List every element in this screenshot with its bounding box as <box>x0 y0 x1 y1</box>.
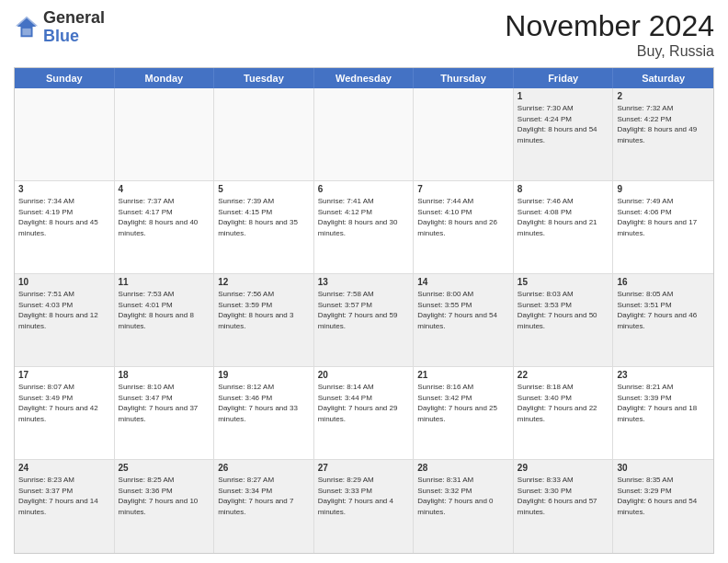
day-info: Sunrise: 8:07 AMSunset: 3:49 PMDaylight:… <box>18 382 110 424</box>
day-info: Sunrise: 8:05 AMSunset: 3:51 PMDaylight:… <box>617 289 710 331</box>
day-number: 24 <box>18 463 110 473</box>
month-title: November 2024 <box>505 9 714 43</box>
day-info: Sunrise: 7:37 AMSunset: 4:17 PMDaylight:… <box>119 196 210 238</box>
calendar-cell: 28Sunrise: 8:31 AMSunset: 3:32 PMDayligh… <box>414 460 514 553</box>
logo-text: General Blue <box>43 9 105 46</box>
calendar-cell: 1Sunrise: 7:30 AMSunset: 4:24 PMDaylight… <box>514 88 614 180</box>
location: Buy, Russia <box>505 43 714 60</box>
calendar-cell: 21Sunrise: 8:16 AMSunset: 3:42 PMDayligh… <box>414 367 514 459</box>
day-number: 1 <box>518 91 609 101</box>
calendar-cell: 11Sunrise: 7:53 AMSunset: 4:01 PMDayligh… <box>115 274 215 366</box>
calendar-cell <box>214 88 314 180</box>
calendar-cell: 12Sunrise: 7:56 AMSunset: 3:59 PMDayligh… <box>214 274 314 366</box>
calendar-cell: 26Sunrise: 8:27 AMSunset: 3:34 PMDayligh… <box>214 460 314 553</box>
day-number: 5 <box>218 184 310 194</box>
day-info: Sunrise: 8:10 AMSunset: 3:47 PMDaylight:… <box>119 382 210 424</box>
day-info: Sunrise: 8:14 AMSunset: 3:44 PMDaylight:… <box>318 382 410 424</box>
day-number: 23 <box>617 370 710 380</box>
day-number: 14 <box>417 277 509 287</box>
calendar-cell: 27Sunrise: 8:29 AMSunset: 3:33 PMDayligh… <box>314 460 415 553</box>
day-number: 30 <box>617 463 710 473</box>
day-number: 3 <box>18 184 110 194</box>
calendar: SundayMondayTuesdayWednesdayThursdayFrid… <box>14 67 714 554</box>
logo: General Blue <box>14 9 105 46</box>
calendar-body: 1Sunrise: 7:30 AMSunset: 4:24 PMDaylight… <box>15 88 713 553</box>
day-number: 2 <box>617 91 710 101</box>
calendar-cell: 3Sunrise: 7:34 AMSunset: 4:19 PMDaylight… <box>15 181 115 273</box>
calendar-cell: 22Sunrise: 8:18 AMSunset: 3:40 PMDayligh… <box>514 367 614 459</box>
logo-general: General <box>43 8 105 27</box>
day-number: 8 <box>518 184 609 194</box>
day-number: 7 <box>417 184 509 194</box>
weekday-header: Tuesday <box>214 68 314 88</box>
calendar-week: 1Sunrise: 7:30 AMSunset: 4:24 PMDaylight… <box>15 88 713 181</box>
day-info: Sunrise: 7:39 AMSunset: 4:15 PMDaylight:… <box>218 196 310 238</box>
calendar-cell: 19Sunrise: 8:12 AMSunset: 3:46 PMDayligh… <box>214 367 314 459</box>
day-info: Sunrise: 7:34 AMSunset: 4:19 PMDaylight:… <box>18 196 110 238</box>
calendar-cell: 17Sunrise: 8:07 AMSunset: 3:49 PMDayligh… <box>15 367 115 459</box>
calendar-cell <box>414 88 514 180</box>
day-info: Sunrise: 7:44 AMSunset: 4:10 PMDaylight:… <box>417 196 509 238</box>
calendar-cell: 20Sunrise: 8:14 AMSunset: 3:44 PMDayligh… <box>314 367 415 459</box>
weekday-header: Saturday <box>613 68 713 88</box>
calendar-week: 24Sunrise: 8:23 AMSunset: 3:37 PMDayligh… <box>15 460 713 553</box>
day-info: Sunrise: 7:46 AMSunset: 4:08 PMDaylight:… <box>518 196 609 238</box>
day-number: 9 <box>617 184 710 194</box>
day-info: Sunrise: 7:58 AMSunset: 3:57 PMDaylight:… <box>318 289 410 331</box>
calendar-cell: 16Sunrise: 8:05 AMSunset: 3:51 PMDayligh… <box>613 274 713 366</box>
header: General Blue November 2024 Buy, Russia <box>14 9 714 60</box>
weekday-header: Monday <box>115 68 215 88</box>
calendar-cell: 7Sunrise: 7:44 AMSunset: 4:10 PMDaylight… <box>414 181 514 273</box>
day-info: Sunrise: 7:32 AMSunset: 4:22 PMDaylight:… <box>617 103 710 145</box>
calendar-cell: 6Sunrise: 7:41 AMSunset: 4:12 PMDaylight… <box>314 181 415 273</box>
calendar-cell: 13Sunrise: 7:58 AMSunset: 3:57 PMDayligh… <box>314 274 415 366</box>
day-info: Sunrise: 8:16 AMSunset: 3:42 PMDaylight:… <box>417 382 509 424</box>
day-info: Sunrise: 7:56 AMSunset: 3:59 PMDaylight:… <box>218 289 310 331</box>
calendar-cell: 4Sunrise: 7:37 AMSunset: 4:17 PMDaylight… <box>115 181 215 273</box>
day-info: Sunrise: 8:00 AMSunset: 3:55 PMDaylight:… <box>417 289 509 331</box>
day-number: 19 <box>218 370 310 380</box>
title-area: November 2024 Buy, Russia <box>505 9 714 60</box>
calendar-cell: 23Sunrise: 8:21 AMSunset: 3:39 PMDayligh… <box>613 367 713 459</box>
day-info: Sunrise: 8:35 AMSunset: 3:29 PMDaylight:… <box>617 475 710 517</box>
calendar-header: SundayMondayTuesdayWednesdayThursdayFrid… <box>15 68 713 88</box>
logo-blue: Blue <box>43 27 79 45</box>
page: General Blue November 2024 Buy, Russia S… <box>0 0 728 563</box>
day-info: Sunrise: 7:49 AMSunset: 4:06 PMDaylight:… <box>617 196 710 238</box>
calendar-cell: 29Sunrise: 8:33 AMSunset: 3:30 PMDayligh… <box>514 460 614 553</box>
day-number: 25 <box>119 463 210 473</box>
calendar-cell: 8Sunrise: 7:46 AMSunset: 4:08 PMDaylight… <box>514 181 614 273</box>
day-info: Sunrise: 7:41 AMSunset: 4:12 PMDaylight:… <box>318 196 410 238</box>
day-info: Sunrise: 8:21 AMSunset: 3:39 PMDaylight:… <box>617 382 710 424</box>
day-info: Sunrise: 8:12 AMSunset: 3:46 PMDaylight:… <box>218 382 310 424</box>
day-info: Sunrise: 8:29 AMSunset: 3:33 PMDaylight:… <box>318 475 410 517</box>
weekday-header: Wednesday <box>314 68 415 88</box>
weekday-header: Thursday <box>414 68 514 88</box>
day-info: Sunrise: 7:30 AMSunset: 4:24 PMDaylight:… <box>518 103 609 145</box>
day-number: 21 <box>417 370 509 380</box>
day-number: 22 <box>518 370 609 380</box>
day-info: Sunrise: 7:51 AMSunset: 4:03 PMDaylight:… <box>18 289 110 331</box>
calendar-cell: 2Sunrise: 7:32 AMSunset: 4:22 PMDaylight… <box>613 88 713 180</box>
calendar-cell: 14Sunrise: 8:00 AMSunset: 3:55 PMDayligh… <box>414 274 514 366</box>
day-info: Sunrise: 8:23 AMSunset: 3:37 PMDaylight:… <box>18 475 110 517</box>
day-number: 29 <box>518 463 609 473</box>
day-info: Sunrise: 8:25 AMSunset: 3:36 PMDaylight:… <box>119 475 210 517</box>
calendar-cell <box>314 88 415 180</box>
day-info: Sunrise: 8:27 AMSunset: 3:34 PMDaylight:… <box>218 475 310 517</box>
day-info: Sunrise: 8:33 AMSunset: 3:30 PMDaylight:… <box>518 475 609 517</box>
day-number: 10 <box>18 277 110 287</box>
day-number: 27 <box>318 463 410 473</box>
logo-icon <box>14 15 40 40</box>
day-number: 15 <box>518 277 609 287</box>
calendar-cell: 10Sunrise: 7:51 AMSunset: 4:03 PMDayligh… <box>15 274 115 366</box>
weekday-header: Friday <box>514 68 614 88</box>
calendar-week: 10Sunrise: 7:51 AMSunset: 4:03 PMDayligh… <box>15 274 713 367</box>
svg-marker-1 <box>16 17 38 27</box>
day-number: 13 <box>318 277 410 287</box>
day-number: 18 <box>119 370 210 380</box>
calendar-cell <box>15 88 115 180</box>
day-number: 12 <box>218 277 310 287</box>
calendar-cell: 5Sunrise: 7:39 AMSunset: 4:15 PMDaylight… <box>214 181 314 273</box>
day-number: 20 <box>318 370 410 380</box>
